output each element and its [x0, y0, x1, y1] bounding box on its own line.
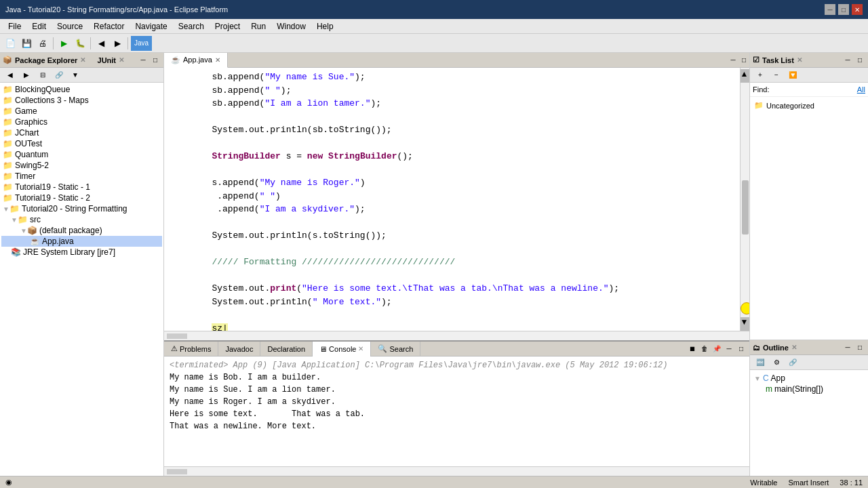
maximize-button[interactable]: □ — [838, 4, 849, 15]
tab-javadoc[interactable]: Javadoc — [218, 342, 260, 357]
tab-search[interactable]: 🔍 Search — [371, 342, 420, 357]
link-btn[interactable]: 🔗 — [52, 68, 66, 83]
tab-close-icon[interactable]: ✕ — [215, 56, 220, 64]
right-panel: ☑ Task List ✕ ─ □ + − 🔽 Find: All — [749, 53, 868, 476]
tree-item-graphics[interactable]: 📁 Graphics — [1, 117, 162, 127]
menu-btn[interactable]: ▼ — [68, 68, 83, 83]
menu-window[interactable]: Window — [271, 20, 311, 33]
outline-min-btn[interactable]: ─ — [842, 342, 853, 353]
tree-item-tutorial20[interactable]: ▼ 📁 Tutorial20 - String Formatting — [1, 203, 162, 214]
outline-max-btn[interactable]: □ — [854, 342, 865, 353]
minimize-button[interactable]: ─ — [825, 4, 835, 15]
editor-area[interactable]: sb.append("My name is Sue."); sb.append(… — [164, 68, 749, 331]
tree-item-src[interactable]: ▼ 📁 src — [1, 214, 162, 225]
task-del-btn[interactable]: − — [769, 68, 784, 83]
close-button[interactable]: ✕ — [852, 4, 863, 15]
tab-appjava[interactable]: ☕ App.java ✕ — [164, 53, 228, 68]
package-explorer-toolbar: ◀ ▶ ⊟ 🔗 ▼ — [0, 68, 163, 83]
tree-item-timer[interactable]: 📁 Timer — [1, 171, 162, 182]
panel-min-btn[interactable]: ─ — [724, 344, 734, 354]
toolbar-save[interactable]: 💾 — [19, 36, 34, 51]
bottom-panel-controls: ⏹ 🗑 📌 ─ □ — [684, 344, 749, 354]
tree-item-default-package[interactable]: ▼ 📦 (default package) — [1, 225, 162, 236]
junit-close-icon[interactable]: ✕ — [119, 56, 124, 64]
tree-item-swing[interactable]: 📁 Swing5-2 — [1, 160, 162, 171]
tree-item-outest[interactable]: 📁 OUTest — [1, 138, 162, 149]
menu-refactor[interactable]: Refactor — [88, 20, 130, 33]
editor-scroll-h[interactable] — [167, 333, 187, 339]
scroll-up-arrow[interactable]: ▲ — [741, 69, 750, 83]
toolbar-new[interactable]: 📄 — [3, 36, 18, 51]
folder-icon: 📁 — [3, 193, 13, 203]
menu-source[interactable]: Source — [52, 20, 88, 33]
tab-declaration[interactable]: Declaration — [260, 342, 313, 357]
task-list-max-btn[interactable]: □ — [854, 55, 865, 66]
code-editor[interactable]: sb.append("My name is Sue."); sb.append(… — [164, 68, 740, 331]
menu-project[interactable]: Project — [210, 20, 245, 33]
outline-fields-btn[interactable]: ⚙ — [769, 355, 784, 370]
outline-sort-btn[interactable]: 🔤 — [753, 355, 768, 370]
editor-scrollbar[interactable]: ▲ ▼ — [740, 68, 749, 331]
menu-search[interactable]: Search — [173, 20, 210, 33]
outline-title: 🗂 Outline ✕ — [753, 344, 797, 352]
menu-run[interactable]: Run — [245, 20, 271, 33]
nav-back-btn[interactable]: ◀ — [3, 68, 18, 83]
writable-status: Writable — [750, 479, 777, 487]
menu-edit[interactable]: Edit — [26, 20, 52, 33]
tree-item-game[interactable]: 📁 Game — [1, 106, 162, 117]
panel-maximize-btn[interactable]: □ — [150, 55, 161, 66]
tree-item-tutorial19-2[interactable]: 📁 Tutorial19 - Static - 2 — [1, 192, 162, 203]
tab-label: App.java — [183, 56, 212, 64]
outline-item-app[interactable]: ▼ C App — [753, 373, 865, 384]
tree-item-blockingqueue[interactable]: 📁 BlockingQueue — [1, 84, 162, 95]
nav-forward-btn[interactable]: ▶ — [19, 68, 34, 83]
expand-icon: ▼ — [11, 216, 18, 224]
menu-navigate[interactable]: Navigate — [130, 20, 172, 33]
console-line-3: My name is Roger. I am a skydiver. — [170, 396, 744, 408]
menu-file[interactable]: File — [3, 20, 26, 33]
task-list-close-icon[interactable]: ✕ — [797, 56, 802, 64]
editor-minimize-btn[interactable]: ─ — [728, 55, 738, 66]
tree-item-quantum[interactable]: 📁 Quantum — [1, 149, 162, 160]
editor-maximize-btn[interactable]: □ — [738, 55, 749, 66]
toolbar-run[interactable]: ▶ — [56, 36, 71, 51]
toolbar-java[interactable]: Java — [131, 36, 152, 51]
tree-item-jre[interactable]: 📚 JRE System Library [jre7] — [1, 247, 162, 258]
tree-item-appjava[interactable]: ☕ App.java — [1, 236, 162, 247]
tree-item-jchart[interactable]: 📁 JChart — [1, 127, 162, 138]
toolbar-back[interactable]: ◀ — [94, 36, 108, 51]
panel-max-btn[interactable]: □ — [736, 344, 747, 354]
find-all-btn[interactable]: All — [857, 85, 865, 94]
uncategorized-item[interactable]: 📁 Uncategorized — [753, 100, 865, 111]
statusbar-right: Writable Smart Insert 38 : 11 — [750, 479, 863, 487]
folder-icon: 📁 — [3, 139, 13, 148]
console-pin-btn[interactable]: 📌 — [711, 344, 722, 354]
tab-console[interactable]: 🖥 Console ✕ — [313, 342, 371, 357]
console-close-icon[interactable]: ✕ — [358, 345, 363, 352]
cursor-marker-icon[interactable] — [741, 302, 749, 314]
task-add-btn[interactable]: + — [753, 68, 768, 83]
tab-problems[interactable]: ⚠ Problems — [164, 342, 218, 357]
menu-help[interactable]: Help — [311, 20, 339, 33]
package-explorer-close-icon[interactable]: ✕ — [80, 56, 85, 64]
outline-link-btn[interactable]: 🔗 — [785, 355, 800, 370]
toolbar-print[interactable]: 🖨 — [35, 36, 50, 51]
task-filter-btn[interactable]: 🔽 — [785, 68, 800, 83]
tree-item-collections[interactable]: 📁 Collections 3 - Maps — [1, 95, 162, 106]
task-list-min-btn[interactable]: ─ — [842, 55, 853, 66]
toolbar-debug[interactable]: 🐛 — [73, 36, 87, 51]
collapse-btn[interactable]: ⊟ — [35, 68, 50, 83]
outline-close-icon[interactable]: ✕ — [791, 344, 797, 351]
junit-tab[interactable]: JUnit — [98, 56, 117, 64]
search-icon: 🔍 — [378, 344, 387, 353]
tree-item-tutorial19-1[interactable]: 📁 Tutorial19 - Static - 1 — [1, 182, 162, 192]
outline-item-main[interactable]: m main(String[]) — [753, 384, 865, 394]
console-clear-btn[interactable]: 🗑 — [699, 344, 710, 354]
console-h-thumb[interactable] — [167, 469, 187, 474]
toolbar-forward[interactable]: ▶ — [110, 36, 125, 51]
console-stop-btn[interactable]: ⏹ — [687, 344, 698, 354]
cursor-position: 38 : 11 — [840, 479, 863, 487]
scroll-thumb[interactable] — [742, 180, 749, 235]
scroll-down-arrow[interactable]: ▼ — [741, 317, 750, 331]
panel-minimize-btn[interactable]: ─ — [138, 55, 149, 66]
